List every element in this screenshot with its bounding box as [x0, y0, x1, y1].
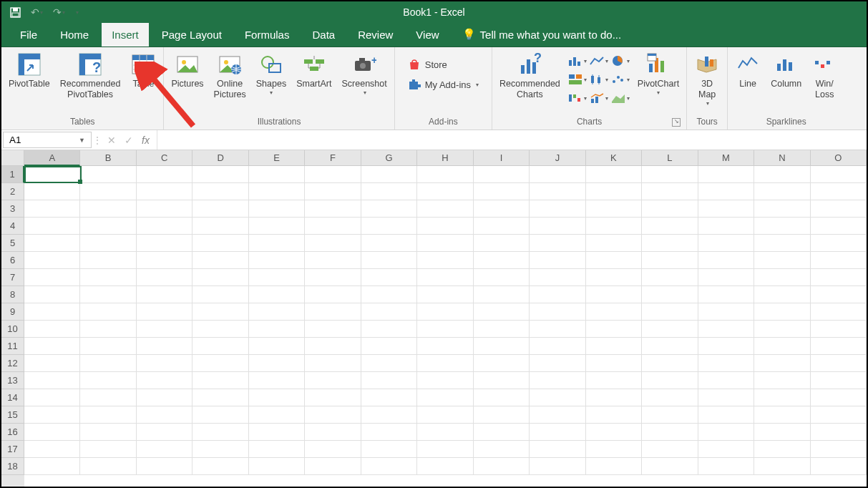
column-header[interactable]: I	[474, 150, 530, 166]
column-header[interactable]: B	[80, 150, 136, 166]
smartart-button[interactable]: SmartArt	[293, 50, 334, 91]
cell[interactable]	[417, 441, 473, 458]
cell[interactable]	[249, 441, 305, 458]
column-header[interactable]: L	[642, 150, 698, 166]
cell[interactable]	[249, 372, 305, 389]
cell[interactable]	[249, 269, 305, 286]
cell[interactable]	[361, 303, 417, 321]
cell[interactable]	[137, 406, 192, 424]
cell[interactable]	[24, 269, 80, 286]
cell[interactable]	[530, 303, 585, 321]
cell[interactable]	[474, 252, 530, 269]
column-header[interactable]: J	[530, 150, 585, 166]
cell[interactable]	[80, 286, 136, 303]
cell[interactable]	[192, 321, 248, 338]
column-header[interactable]: K	[586, 150, 642, 166]
cell[interactable]	[24, 424, 80, 441]
spreadsheet-grid[interactable]: 123456789101112131415161718 ABCDEFGHIJKL…	[1, 150, 867, 487]
cell[interactable]	[586, 303, 642, 321]
cell[interactable]	[192, 218, 248, 235]
cell[interactable]	[698, 286, 754, 303]
tab-home[interactable]: Home	[50, 23, 99, 47]
cell[interactable]	[137, 218, 192, 235]
column-header[interactable]: A	[24, 150, 80, 166]
cell[interactable]	[137, 252, 192, 269]
row-header[interactable]: 12	[1, 355, 24, 372]
recommended-pivottables-button[interactable]: ? Recommended PivotTables	[57, 50, 124, 102]
cell[interactable]	[754, 286, 810, 303]
cell[interactable]	[698, 166, 754, 183]
redo-icon[interactable]: ↷▾	[53, 6, 65, 18]
tab-data[interactable]: Data	[302, 23, 345, 47]
cell[interactable]	[417, 218, 473, 235]
cell[interactable]	[24, 252, 80, 269]
cell[interactable]	[192, 286, 248, 303]
cell[interactable]	[642, 183, 698, 200]
cell[interactable]	[137, 389, 192, 406]
cell[interactable]	[698, 406, 754, 424]
cell[interactable]	[361, 458, 417, 475]
tab-review[interactable]: Review	[348, 23, 403, 47]
cell[interactable]	[642, 269, 698, 286]
store-button[interactable]: Store	[404, 56, 483, 73]
save-icon[interactable]	[10, 7, 21, 18]
cell[interactable]	[24, 166, 80, 183]
cell[interactable]	[811, 355, 867, 372]
cell[interactable]	[754, 303, 810, 321]
cell[interactable]	[754, 355, 810, 372]
column-chart-button[interactable]: ▾	[567, 53, 587, 69]
row-header[interactable]: 5	[1, 235, 24, 252]
namebox-dropdown-icon[interactable]: ▼	[79, 137, 85, 144]
cell[interactable]	[137, 458, 192, 475]
cell[interactable]	[642, 200, 698, 218]
column-header[interactable]: N	[754, 150, 810, 166]
cell[interactable]	[474, 441, 530, 458]
cell[interactable]	[754, 389, 810, 406]
cell[interactable]	[80, 406, 136, 424]
cell[interactable]	[642, 321, 698, 338]
cell[interactable]	[586, 269, 642, 286]
cell[interactable]	[586, 458, 642, 475]
cell[interactable]	[474, 372, 530, 389]
cell[interactable]	[642, 441, 698, 458]
cell[interactable]	[754, 458, 810, 475]
cell[interactable]	[249, 200, 305, 218]
cell[interactable]	[361, 200, 417, 218]
cell[interactable]	[642, 303, 698, 321]
row-header[interactable]: 14	[1, 389, 24, 406]
tab-insert[interactable]: Insert	[102, 23, 149, 47]
cell[interactable]	[137, 441, 192, 458]
cell[interactable]	[811, 218, 867, 235]
cell[interactable]	[754, 183, 810, 200]
cell[interactable]	[137, 372, 192, 389]
cell[interactable]	[811, 252, 867, 269]
cell[interactable]	[586, 166, 642, 183]
cell[interactable]	[474, 200, 530, 218]
cell[interactable]	[192, 406, 248, 424]
cell[interactable]	[811, 338, 867, 355]
cell[interactable]	[417, 338, 473, 355]
cell[interactable]	[24, 235, 80, 252]
cell[interactable]	[305, 218, 361, 235]
column-header[interactable]: H	[417, 150, 473, 166]
cell[interactable]	[192, 441, 248, 458]
cell[interactable]	[530, 458, 585, 475]
cell[interactable]	[417, 252, 473, 269]
tab-page-layout[interactable]: Page Layout	[152, 23, 232, 47]
cell[interactable]	[530, 389, 585, 406]
cell[interactable]	[361, 235, 417, 252]
cell[interactable]	[417, 269, 473, 286]
cell[interactable]	[192, 372, 248, 389]
column-header[interactable]: E	[249, 150, 305, 166]
cell[interactable]	[586, 235, 642, 252]
cell[interactable]	[642, 406, 698, 424]
cell[interactable]	[361, 424, 417, 441]
cell[interactable]	[417, 166, 473, 183]
cell[interactable]	[249, 389, 305, 406]
cell[interactable]	[417, 321, 473, 338]
formula-bar-grip[interactable]: ⋮	[94, 130, 100, 150]
name-box[interactable]: A1 ▼	[3, 132, 92, 148]
cell[interactable]	[361, 441, 417, 458]
cell[interactable]	[80, 235, 136, 252]
cell[interactable]	[80, 338, 136, 355]
